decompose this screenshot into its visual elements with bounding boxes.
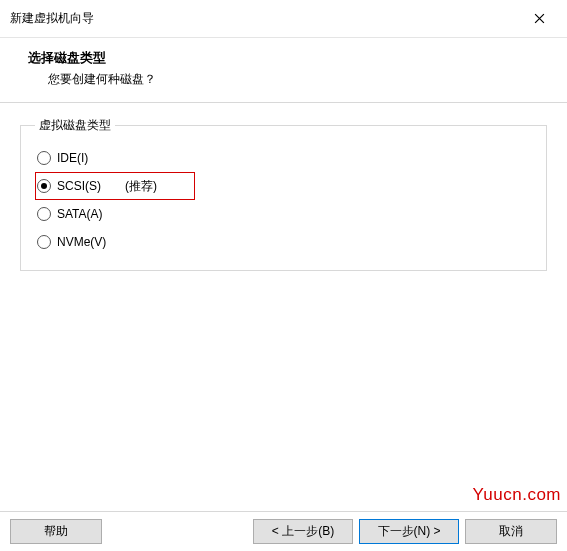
radio-icon-selected [37,179,51,193]
radio-label-nvme: NVMe(V) [57,235,106,249]
group-legend: 虚拟磁盘类型 [35,117,115,134]
radio-dot [41,183,47,189]
watermark: Yuucn.com [472,485,561,505]
page-title: 选择磁盘类型 [28,50,543,67]
radio-icon [37,151,51,165]
radio-ide[interactable]: IDE(I) [35,144,532,172]
radio-icon [37,235,51,249]
next-button[interactable]: 下一步(N) > [359,519,459,544]
radio-sata[interactable]: SATA(A) [35,200,532,228]
footer: 帮助 < 上一步(B) 下一步(N) > 取消 [0,511,567,551]
radio-nvme[interactable]: NVMe(V) [35,228,532,256]
window-title: 新建虚拟机向导 [10,10,94,27]
radio-scsi[interactable]: SCSI(S) (推荐) [35,172,195,200]
titlebar: 新建虚拟机向导 [0,0,567,38]
cancel-button[interactable]: 取消 [465,519,557,544]
recommended-label: (推荐) [125,178,157,195]
disk-type-group: 虚拟磁盘类型 IDE(I) SCSI(S) (推荐) SATA(A) NVMe(… [20,117,547,271]
radio-icon [37,207,51,221]
content-area: 虚拟磁盘类型 IDE(I) SCSI(S) (推荐) SATA(A) NVMe(… [0,103,567,271]
close-icon [534,13,545,24]
radio-label-ide: IDE(I) [57,151,88,165]
radio-label-sata: SATA(A) [57,207,103,221]
help-button[interactable]: 帮助 [10,519,102,544]
back-button[interactable]: < 上一步(B) [253,519,353,544]
page-subtitle: 您要创建何种磁盘？ [28,71,543,88]
wizard-header: 选择磁盘类型 您要创建何种磁盘？ [0,38,567,102]
radio-label-scsi: SCSI(S) [57,179,101,193]
close-button[interactable] [523,5,555,33]
